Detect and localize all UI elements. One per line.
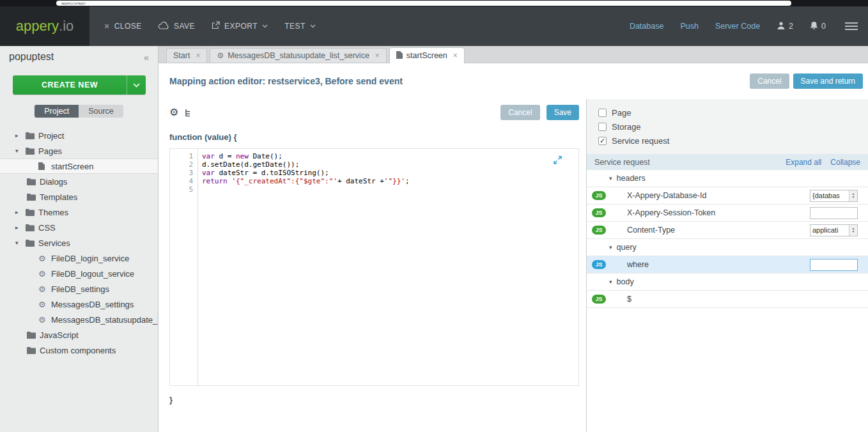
mapping-group-query[interactable]: ▾query [587, 239, 868, 256]
mapping-group-body[interactable]: ▾body [587, 274, 868, 291]
navbar-link-push[interactable]: Push [680, 22, 699, 31]
notifications-indicator[interactable]: 0 [810, 21, 826, 32]
chevron-right-icon[interactable]: ▸ [15, 209, 26, 215]
js-badge-icon[interactable]: JS [592, 226, 606, 235]
chevron-down-icon[interactable]: ▾ [15, 148, 26, 154]
tree-item-filedb-logout-service[interactable]: ⚙FileDB_logout_service [0, 266, 158, 281]
checkbox-label: Service request [612, 136, 669, 146]
checkbox-service-request[interactable]: ✓ [598, 137, 607, 145]
folder-icon [27, 331, 38, 339]
appery-logo[interactable]: appery.io [0, 6, 89, 46]
tree-item-label: Templates [40, 192, 77, 202]
save-and-return-button[interactable]: Save and return [793, 73, 863, 89]
tree-item-services[interactable]: ▾Services [0, 235, 158, 251]
navbar-link-database[interactable]: Database [630, 22, 664, 31]
create-new-button[interactable]: CREATE NEW [13, 75, 146, 95]
panel-save-button[interactable]: Save [546, 105, 579, 120]
stepper-icon[interactable]: ▲▼ [849, 190, 857, 201]
value-input[interactable] [810, 259, 858, 271]
tab-start[interactable]: Start× [166, 48, 207, 63]
value-input[interactable]: ▲▼ [810, 224, 858, 236]
code-line: var dateStr = d.toISOString(); [202, 169, 410, 177]
js-badge-icon[interactable]: JS [592, 208, 606, 217]
navbar-link-server-code[interactable]: Server Code [715, 22, 760, 31]
menu-icon[interactable] [845, 22, 858, 30]
tree-item-dialogs[interactable]: Dialogs [0, 174, 158, 189]
tree-item-messagesdb-statusupdate-list[interactable]: ⚙MessagesDB_statusupdate_list [0, 312, 158, 327]
panel-cancel-button[interactable]: Cancel [500, 105, 539, 120]
chevron-down-icon[interactable]: ▾ [609, 244, 612, 251]
close-icon: × [104, 21, 110, 31]
test-button[interactable]: TEST [276, 6, 324, 46]
tree-item-filedb-login-service[interactable]: ⚙FileDB_login_service [0, 251, 158, 266]
value-input[interactable]: ▲▼ [810, 190, 858, 202]
function-close-brace: } [169, 395, 586, 405]
tree-item-css[interactable]: ▸CSS [0, 220, 158, 235]
save-button[interactable]: SAVE [150, 6, 203, 46]
chevron-down-icon[interactable]: ▾ [15, 240, 26, 246]
stepper-icon[interactable]: ▲▼ [849, 225, 857, 236]
close-button[interactable]: × CLOSE [96, 6, 150, 46]
chevron-down-icon[interactable] [127, 75, 146, 95]
mapping-group-headers[interactable]: ▾headers [587, 170, 868, 187]
address-bar[interactable]: appery.io/app/ [56, 1, 791, 6]
tree-item-javascript[interactable]: JavaScript [0, 327, 158, 343]
tree-item-project[interactable]: ▸Project [0, 128, 158, 143]
js-badge-icon[interactable]: JS [592, 295, 606, 304]
tree-item-custom-components[interactable]: Custom components [0, 343, 158, 358]
js-badge-icon[interactable]: JS [592, 260, 606, 269]
mapping-row-[interactable]: JS$ [587, 291, 868, 308]
tree-item-pages[interactable]: ▾Pages [0, 143, 158, 158]
tree-item-filedb-settings[interactable]: ⚙FileDB_settings [0, 281, 158, 297]
value-input-field[interactable] [810, 259, 857, 270]
chevron-down-icon[interactable]: ▾ [609, 175, 612, 181]
value-input-field[interactable] [810, 190, 849, 201]
fullscreen-icon[interactable] [554, 155, 562, 167]
value-input-field[interactable] [810, 208, 857, 219]
file-icon [38, 162, 50, 170]
gear-icon: ⚙ [38, 254, 50, 263]
tree-item-startscreen[interactable]: startScreen [0, 158, 158, 174]
chevron-right-icon[interactable]: ▸ [15, 224, 26, 231]
folder-icon [26, 239, 37, 247]
value-input-field[interactable] [810, 225, 849, 236]
mapping-row-x-appery-database-id[interactable]: JSX-Appery-Database-Id▲▼ [587, 187, 868, 204]
tab-startscreen[interactable]: startScreen× [389, 47, 465, 63]
tree-view-icon[interactable] [185, 109, 194, 117]
checkbox-storage[interactable] [598, 123, 607, 131]
mapping-row-x-appery-session-token[interactable]: JSX-Appery-Session-Token [587, 204, 868, 222]
collapse-sidebar-icon[interactable]: « [144, 52, 149, 63]
close-tab-icon[interactable]: × [196, 51, 200, 60]
js-badge-icon[interactable]: JS [592, 191, 606, 200]
collapse-link[interactable]: Collapse [830, 158, 860, 167]
export-button[interactable]: EXPORT [203, 6, 276, 46]
close-tab-icon[interactable]: × [375, 51, 380, 60]
close-tab-icon[interactable]: × [453, 51, 458, 60]
users-indicator[interactable]: 2 [777, 21, 793, 32]
cancel-button[interactable]: Cancel [750, 73, 789, 89]
expand-all-link[interactable]: Expand all [786, 158, 821, 167]
chevron-right-icon[interactable]: ▸ [15, 132, 26, 139]
mapping-row-content-type[interactable]: JSContent-Type▲▼ [587, 222, 868, 239]
value-input[interactable] [810, 207, 858, 219]
chevron-down-icon[interactable] [310, 24, 316, 28]
project-name: popuptest [9, 51, 54, 63]
source-row-page: Page [598, 105, 868, 120]
tree-item-label: Project [38, 131, 64, 141]
settings-gear-icon[interactable]: ⚙ [169, 107, 178, 118]
mapping-row-where[interactable]: JSwhere [587, 256, 868, 274]
tree-item-themes[interactable]: ▸Themes [0, 204, 158, 220]
chevron-down-icon[interactable]: ▾ [609, 279, 612, 285]
checkbox-page[interactable] [598, 109, 607, 117]
sidebar-tab-source[interactable]: Source [79, 105, 123, 118]
sidebar-tab-project[interactable]: Project [35, 105, 79, 118]
gear-icon: ⚙ [217, 51, 224, 60]
tree-item-templates[interactable]: Templates [0, 189, 158, 204]
tree-item-messagesdb-settings[interactable]: ⚙MessagesDB_settings [0, 297, 158, 312]
tree-item-label: Pages [38, 146, 62, 156]
code-line: return '{"_createdAt":{"$gte":"'+ dateSt… [202, 177, 410, 185]
code-editor[interactable]: 12345 var d = new Date();d.setDate(d.get… [169, 148, 579, 386]
code-lines[interactable]: var d = new Date();d.setDate(d.getDate()… [198, 149, 410, 385]
tab-messagesdb-statusupdate-list-service[interactable]: ⚙MessagesDB_statusupdate_list_service× [210, 48, 386, 63]
folder-icon [26, 147, 37, 155]
